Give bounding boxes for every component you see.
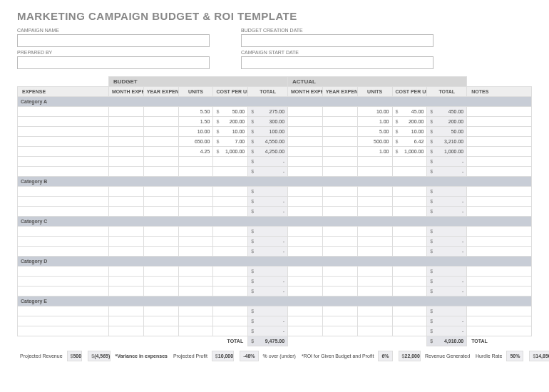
- prepared-by-label: PREPARED BY: [17, 50, 210, 55]
- start-date-input[interactable]: [241, 56, 433, 69]
- table-row: --: [18, 316, 532, 326]
- month-exp-header: MONTH EXPENDED: [108, 87, 143, 97]
- summary-note: *Variance in expenses: [111, 351, 170, 361]
- creation-date-label: BUDGET CREATION DATE: [241, 28, 433, 33]
- creation-date-input[interactable]: [241, 34, 433, 47]
- summary-label: *ROI for Given Budget and Profit: [299, 351, 379, 361]
- table-row: --: [18, 287, 532, 296]
- table-row: --: [18, 157, 532, 167]
- summary-note: % over (under): [258, 351, 299, 361]
- category-row: Category C: [18, 217, 532, 227]
- category-label: Category D: [18, 257, 532, 267]
- year-exp-header: YEAR EXPENDED: [143, 87, 178, 97]
- table-row: 1.50200.00300.001.00200.00200.00: [18, 117, 532, 127]
- section-header-row: BUDGET ACTUAL: [18, 77, 532, 87]
- summary-label: Projected Revenue: [17, 351, 67, 361]
- table-row: 650.007.004,550.00500.006.423,210.00: [18, 137, 532, 147]
- a-cpu-header: COST PER UNIT: [392, 87, 427, 97]
- summary-actual-value: -48%: [240, 351, 258, 361]
- table-row: --: [18, 326, 532, 336]
- grand-total-budget: 9,475.00: [248, 336, 288, 346]
- summary-label: Hurdle Rate: [473, 351, 507, 361]
- category-label: Category E: [18, 296, 532, 306]
- table-row: 10.0010.00100.005.0010.0050.00: [18, 127, 532, 137]
- summary-actual-value: (4,565): [88, 351, 111, 361]
- summary-row: *ROI for Given Budget and Profit6%22,000…: [299, 351, 473, 361]
- budget-table: BUDGET ACTUAL EXPENSE MONTH EXPENDED YEA…: [17, 76, 532, 346]
- a-total-header: TOTAL: [427, 87, 467, 97]
- table-row: 4.251,000.004,250.001.001,000.001,000.00: [18, 147, 532, 157]
- prepared-by-input[interactable]: [17, 56, 210, 69]
- grand-total-actual: 4,910.00: [427, 336, 467, 346]
- table-row: [18, 187, 532, 197]
- table-row: --: [18, 237, 532, 247]
- category-label: Category A: [18, 97, 532, 107]
- summary-actual-value: 22,000: [399, 351, 420, 361]
- notes-header: NOTES: [467, 87, 532, 97]
- a-units-header: UNITS: [357, 87, 392, 97]
- grand-total-notes: TOTAL: [467, 336, 532, 346]
- start-date-label: CAMPAIGN START DATE: [241, 50, 433, 55]
- table-row: --: [18, 207, 532, 217]
- summary-row: Projected Revenue500(4,565)*Variance in …: [17, 351, 170, 361]
- grand-total-label: TOTAL: [18, 336, 248, 346]
- summary-budget-value: 6%: [379, 351, 392, 361]
- table-row: [18, 227, 532, 237]
- category-row: Category E: [18, 296, 532, 306]
- summary-actual-value: 14,850: [530, 351, 549, 361]
- table-row: 5.5050.00275.0010.0045.00450.00: [18, 107, 532, 117]
- actual-section-header: ACTUAL: [288, 77, 467, 87]
- table-row: --: [18, 167, 532, 177]
- expense-header: EXPENSE: [18, 87, 109, 97]
- table-row: --: [18, 197, 532, 207]
- column-header-row: EXPENSE MONTH EXPENDED YEAR EXPENDED UNI…: [18, 87, 532, 97]
- summary-row: Projected Profit10,000-48%% over (under): [170, 351, 299, 361]
- category-row: Category D: [18, 257, 532, 267]
- category-label: Category C: [18, 217, 532, 227]
- total-header: TOTAL: [248, 87, 288, 97]
- table-row: --: [18, 277, 532, 287]
- summary-budget-value: 50%: [507, 351, 523, 361]
- cpu-header: COST PER UNIT: [213, 87, 248, 97]
- page-title: MARKETING CAMPAIGN BUDGET & ROI TEMPLATE: [17, 10, 532, 22]
- summary-row: Hurdle Rate50%14,850Profit Generated: [473, 351, 549, 361]
- table-row: [18, 306, 532, 316]
- table-row: --: [18, 247, 532, 257]
- campaign-name-label: CAMPAIGN NAME: [17, 28, 210, 33]
- category-label: Category B: [18, 177, 532, 187]
- table-row: [18, 267, 532, 277]
- units-header: UNITS: [178, 87, 213, 97]
- summary-label: Projected Profit: [170, 351, 212, 361]
- summary-table: Projected Revenue500(4,565)*Variance in …: [17, 351, 532, 361]
- summary-budget-value: 10,000: [212, 351, 233, 361]
- grand-total-row: TOTAL 9,475.00 4,910.00 TOTAL: [18, 336, 532, 346]
- summary-budget-value: 500: [67, 351, 82, 361]
- category-row: Category A: [18, 97, 532, 107]
- a-year-exp-header: YEAR EXPENDED: [322, 87, 357, 97]
- category-row: Category B: [18, 177, 532, 187]
- campaign-name-input[interactable]: [17, 34, 210, 47]
- budget-section-header: BUDGET: [108, 77, 287, 87]
- summary-note: Revenue Generated: [421, 351, 473, 361]
- a-month-exp-header: MONTH EXPENDED: [288, 87, 323, 97]
